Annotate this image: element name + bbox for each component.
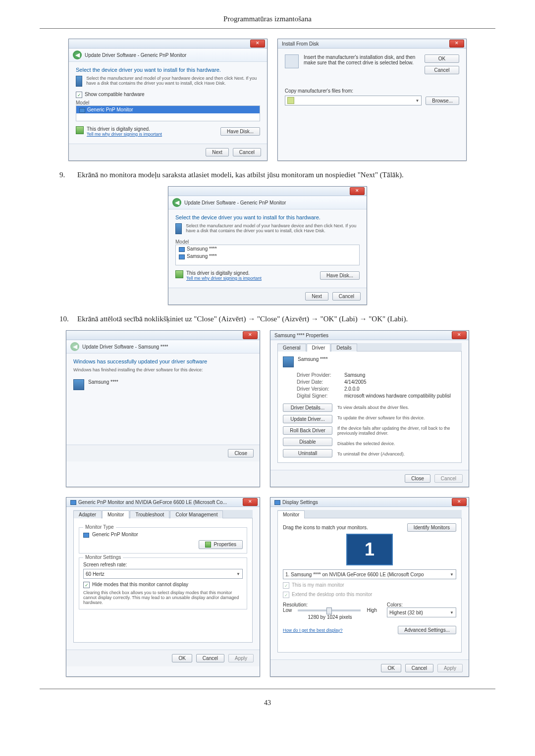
update-driver-button[interactable]: Update Driver... (283, 415, 332, 423)
monitor-settings-legend: Monitor Settings (83, 554, 123, 560)
tab-driver[interactable]: Driver (307, 344, 331, 352)
colors-combo[interactable]: Highest (32 bit) ▼ (387, 607, 456, 617)
signed-link[interactable]: Tell me why driver signing is important (186, 276, 262, 281)
model-item-label: Samsung **** (187, 253, 217, 259)
model-item-samsung-2[interactable]: Samsung **** (176, 252, 359, 260)
ok-button[interactable]: OK (381, 664, 401, 672)
model-list[interactable]: Generic PnP Monitor (76, 105, 260, 121)
model-header: Model (76, 100, 260, 105)
extend-checkbox: ✓ (283, 592, 289, 598)
compat-checkbox[interactable]: ✓ (76, 92, 82, 98)
hide-modes-label: Hide modes that this monitor cannot disp… (92, 582, 188, 587)
close-icon[interactable]: ✕ (250, 40, 265, 48)
cancel-button[interactable]: Cancel (332, 292, 361, 301)
close-button[interactable]: Close (228, 449, 254, 457)
have-disk-button[interactable]: Have Disk... (320, 271, 360, 280)
slider-high-label: High (367, 607, 377, 613)
model-item-samsung-1[interactable]: Samsung **** (176, 245, 359, 252)
path-combo[interactable]: ▼ (285, 96, 422, 105)
tab-monitor[interactable]: Monitor (102, 510, 129, 518)
identify-button[interactable]: Identify Monitors (407, 523, 456, 532)
help-link[interactable]: How do I get the best display? (283, 628, 343, 633)
date-value: 4/14/2005 (344, 379, 367, 385)
ok-button[interactable]: OK (425, 54, 459, 63)
refresh-combo[interactable]: 60 Hertz ▼ (83, 569, 243, 579)
model-header: Model (175, 239, 360, 245)
cancel-button[interactable]: Cancel (425, 66, 459, 74)
ifd-text: Insert the manufacturer's installation d… (304, 54, 420, 65)
page-header: Programmatūras izmantošana (40, 15, 495, 23)
copy-label: Copy manufacturer's files from: (285, 88, 459, 94)
close-icon[interactable]: ✕ (449, 40, 464, 48)
next-button[interactable]: Next (305, 292, 328, 301)
tab-troubleshoot[interactable]: Troubleshoot (130, 510, 169, 518)
back-arrow-icon[interactable]: ◀ (73, 50, 82, 59)
dialog-desc: Select the manufacturer and model of you… (86, 76, 260, 86)
dialog-heading: Windows has successfully updated your dr… (73, 358, 253, 364)
props-title: Samsung **** Properties (274, 333, 328, 338)
monitor-preview[interactable]: 1 (346, 534, 393, 565)
model-item-generic[interactable]: Generic PnP Monitor (76, 106, 260, 113)
resolution-slider[interactable] (298, 609, 361, 611)
signed-link[interactable]: Tell me why driver signing is important (87, 132, 162, 137)
tab-monitor[interactable]: Monitor (277, 510, 305, 518)
driver-details-button[interactable]: Driver Details... (283, 403, 332, 412)
device-properties-dialog: Samsung **** Properties ✕ General Driver… (270, 330, 469, 487)
top-rule (40, 28, 495, 29)
have-disk-button[interactable]: Have Disk... (220, 127, 260, 136)
update-driver-dialog-success: ✕ ◀ Update Driver Software - Samsung ***… (66, 330, 260, 487)
disable-button[interactable]: Disable (283, 438, 332, 446)
close-icon[interactable]: ✕ (452, 331, 467, 339)
chip-icon (73, 379, 84, 390)
close-icon[interactable]: ✕ (452, 498, 467, 506)
tab-general[interactable]: General (277, 344, 306, 352)
chip-icon (175, 223, 182, 234)
cancel-button[interactable]: Cancel (196, 654, 224, 662)
close-icon[interactable]: ✕ (350, 187, 365, 195)
monitor-select-value: 1. Samsung **** on NVIDIA GeForce 6600 L… (285, 572, 424, 577)
cancel-button: Cancel (434, 474, 463, 483)
monitor-select[interactable]: 1. Samsung **** on NVIDIA GeForce 6600 L… (283, 569, 456, 579)
tab-color[interactable]: Color Management (170, 510, 223, 518)
chevron-down-icon: ▼ (415, 99, 419, 103)
nav-title: Update Driver Software - Samsung **** (82, 344, 168, 350)
roll-back-button[interactable]: Roll Back Driver (283, 426, 332, 435)
model-list[interactable]: Samsung **** Samsung **** (175, 245, 360, 265)
next-button[interactable]: Next (206, 148, 229, 156)
step-number: 10. (59, 315, 70, 323)
uninstall-button[interactable]: Uninstall (283, 449, 332, 457)
slider-thumb[interactable] (326, 607, 332, 614)
dialog-desc: Windows has finished installing the driv… (73, 367, 253, 372)
back-arrow-icon[interactable]: ◀ (172, 198, 181, 207)
close-button[interactable]: Close (405, 474, 430, 483)
disable-desc: Disables the selected device. (337, 441, 456, 446)
colors-value: Highest (32 bit) (389, 610, 423, 615)
refresh-value: 60 Hertz (86, 571, 105, 577)
nav-title: Update Driver Software - Generic PnP Mon… (184, 200, 286, 205)
close-icon[interactable]: ✕ (243, 331, 258, 339)
monitor-icon (179, 254, 185, 259)
disk-icon (285, 54, 299, 68)
ok-button[interactable]: OK (172, 654, 192, 662)
hide-modes-checkbox[interactable]: ✓ (83, 582, 90, 588)
browse-button[interactable]: Browse... (426, 97, 459, 105)
properties-button[interactable]: Properties (199, 540, 243, 549)
main-monitor-checkbox: ✓ (283, 582, 289, 589)
version-value: 2.0.0.0 (344, 386, 360, 392)
dialog-desc: Select the manufacturer and model of you… (186, 223, 360, 233)
shield-icon (205, 542, 211, 548)
monitor-icon (79, 108, 85, 113)
shield-icon (76, 126, 84, 134)
extend-label: Extend the desktop onto this monitor (292, 592, 372, 597)
nav-title: Update Driver Software - Generic PnP Mon… (85, 52, 186, 58)
cancel-button[interactable]: Cancel (233, 148, 261, 156)
advanced-button[interactable]: Advanced Settings... (398, 626, 456, 634)
tab-adapter[interactable]: Adapter (73, 510, 102, 518)
hide-modes-desc: Clearing this check box allows you to se… (83, 590, 243, 605)
cancel-button[interactable]: Cancel (405, 664, 433, 672)
tab-details[interactable]: Details (331, 344, 357, 352)
monitor-type-value: Generic PnP Monitor (92, 532, 138, 537)
slider-low-label: Low (283, 607, 292, 613)
close-icon[interactable]: ✕ (243, 498, 258, 506)
install-from-disk-dialog: Install From Disk ✕ Insert the manufactu… (277, 39, 467, 161)
